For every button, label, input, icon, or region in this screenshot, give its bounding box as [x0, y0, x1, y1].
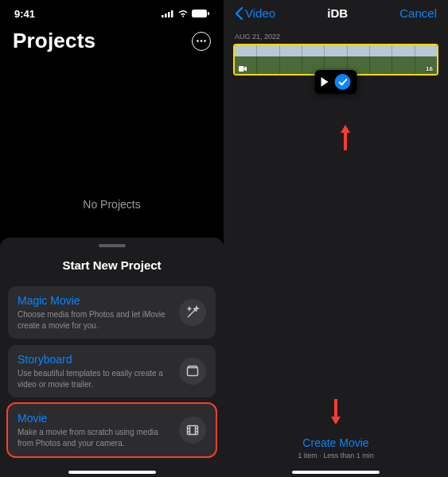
svg-rect-10 — [188, 426, 198, 435]
status-bar: 9:41 — [0, 0, 224, 22]
wifi-icon — [177, 10, 189, 17]
nav-bar: Video iDB Cancel — [224, 0, 448, 25]
select-button[interactable] — [335, 74, 351, 90]
svg-point-8 — [204, 40, 206, 42]
svg-rect-2 — [168, 12, 170, 17]
check-icon — [338, 79, 347, 86]
status-time: 9:41 — [14, 8, 35, 20]
status-icons — [162, 10, 209, 17]
option-desc: Use beautiful templates to easily create… — [18, 368, 171, 390]
storyboard-icon — [179, 358, 206, 385]
annotation-arrow-up — [339, 123, 352, 152]
projects-screen: 9:41 Projects No Projects Start New Proj… — [0, 0, 224, 477]
back-button[interactable]: Video — [235, 6, 275, 20]
create-movie-button[interactable]: Create Movie 1 item · Less than 1 min — [224, 436, 448, 460]
svg-rect-4 — [192, 10, 207, 17]
ellipsis-icon — [197, 40, 206, 42]
svg-rect-5 — [208, 12, 209, 15]
section-date: AUG 21, 2022 — [224, 25, 448, 44]
option-title: Storyboard — [18, 353, 171, 366]
grabber[interactable] — [99, 244, 126, 247]
svg-point-7 — [201, 40, 203, 42]
svg-rect-0 — [162, 15, 164, 17]
back-label: Video — [245, 6, 275, 20]
svg-rect-11 — [239, 66, 244, 72]
video-icon — [239, 66, 247, 72]
cancel-button[interactable]: Cancel — [399, 6, 437, 20]
video-clip[interactable]: 16 — [233, 44, 438, 76]
nav-title: iDB — [327, 6, 348, 20]
option-movie[interactable]: Movie Make a movie from scratch using me… — [8, 404, 216, 456]
svg-rect-9 — [188, 368, 198, 376]
option-title: Movie — [18, 412, 171, 425]
svg-rect-1 — [165, 14, 167, 17]
header: Projects — [0, 22, 224, 63]
media-picker-screen: Video iDB Cancel AUG 21, 2022 16 Create … — [224, 0, 448, 477]
option-desc: Choose media from Photos and let iMovie … — [18, 309, 171, 331]
home-indicator[interactable] — [68, 471, 156, 474]
clip-actions — [315, 70, 357, 94]
option-storyboard[interactable]: Storyboard Use beautiful templates to ea… — [8, 345, 216, 398]
wand-icon — [179, 299, 206, 326]
clip-duration: 16 — [426, 65, 433, 72]
chevron-left-icon — [235, 7, 243, 20]
option-desc: Make a movie from scratch using media fr… — [18, 427, 171, 448]
more-button[interactable] — [192, 32, 211, 51]
annotation-arrow-down — [329, 398, 342, 426]
signal-icon — [162, 10, 174, 17]
option-magic-movie[interactable]: Magic Movie Choose media from Photos and… — [8, 286, 216, 339]
film-icon — [179, 417, 206, 444]
create-subtitle: 1 item · Less than 1 min — [224, 452, 448, 460]
svg-rect-3 — [171, 10, 173, 17]
create-label: Create Movie — [224, 436, 448, 449]
sheet-title: Start New Project — [8, 258, 216, 272]
svg-point-6 — [197, 40, 199, 42]
empty-state: No Projects — [0, 198, 224, 211]
home-indicator[interactable] — [292, 471, 380, 474]
battery-icon — [192, 10, 209, 17]
page-title: Projects — [13, 29, 95, 53]
option-title: Magic Movie — [18, 294, 171, 307]
play-button[interactable] — [321, 77, 329, 87]
new-project-sheet: Start New Project Magic Movie Choose med… — [0, 238, 224, 477]
